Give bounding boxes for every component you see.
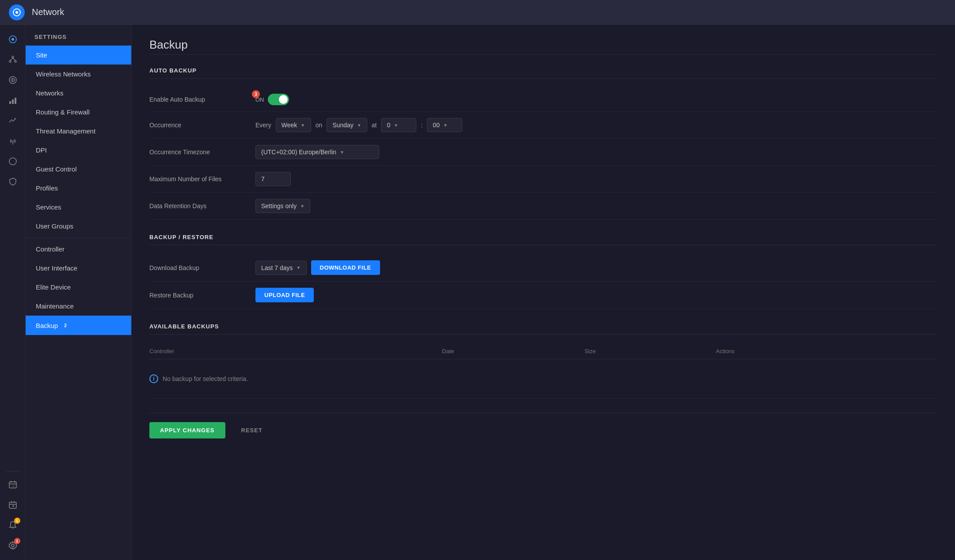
occurrence-control: Every Week ▼ on Sunday ▼ at 0 ▼ (255, 118, 462, 132)
timezone-label: Occurrence Timezone (149, 149, 255, 156)
download-period-chevron-icon: ▼ (297, 265, 301, 270)
svg-line-7 (10, 58, 13, 61)
occurrence-hour-value: 0 (387, 122, 390, 129)
restore-backup-control: UPLOAD FILE (255, 288, 314, 302)
day-chevron-icon: ▼ (357, 123, 361, 128)
nav-antenna[interactable] (4, 132, 22, 150)
page-divider (149, 54, 937, 55)
backup-restore-header: BACKUP / RESTORE (149, 234, 937, 245)
minute-chevron-icon: ▼ (443, 123, 448, 128)
timezone-chevron-icon: ▼ (340, 150, 344, 155)
svg-point-16 (9, 158, 16, 165)
sidebar-item-dpi[interactable]: DPI (26, 141, 131, 160)
nav-shield[interactable] (4, 172, 22, 191)
occurrence-day-select[interactable]: Sunday ▼ (327, 118, 367, 132)
max-files-input[interactable] (255, 172, 291, 186)
top-bar: Network (0, 0, 955, 25)
content-area: Backup AUTO BACKUP Enable Auto Backup 3 … (132, 25, 955, 560)
nav-topology[interactable] (4, 50, 22, 69)
page-title: Backup (149, 38, 937, 52)
sidebar-item-elite-device[interactable]: Elite Device (26, 278, 131, 297)
enable-auto-backup-row: Enable Auto Backup 3 ON (149, 88, 937, 112)
enable-auto-backup-label: Enable Auto Backup (149, 96, 255, 103)
nav-star[interactable]: ★ (4, 495, 22, 514)
restore-backup-row: Restore Backup UPLOAD FILE (149, 282, 937, 309)
nav-circle[interactable] (4, 152, 22, 171)
backup-restore-section: BACKUP / RESTORE Download Backup Last 7 … (149, 234, 937, 309)
download-period-select[interactable]: Last 7 days ▼ (255, 261, 307, 275)
sidebar-item-user-interface[interactable]: User Interface (26, 259, 131, 278)
occurrence-minute-value: 00 (433, 122, 440, 129)
col-date: Date (442, 343, 585, 359)
occurrence-label: Occurrence (149, 122, 255, 129)
svg-rect-13 (12, 99, 14, 104)
settings-header: SETTINGS (26, 25, 131, 46)
data-retention-select[interactable]: Settings only ▼ (255, 199, 310, 213)
reset-button[interactable]: RESET (231, 422, 273, 438)
sidebar-item-services[interactable]: Services (26, 198, 131, 217)
footer-actions: APPLY CHANGES RESET (149, 413, 937, 438)
occurrence-every-text: Every (255, 122, 271, 129)
data-retention-control: Settings only ▼ (255, 199, 310, 213)
timezone-row: Occurrence Timezone (UTC+02:00) Europe/B… (149, 139, 937, 166)
available-backups-section: AVAILABLE BACKUPS Controller Date Size A… (149, 323, 937, 399)
timezone-control: (UTC+02:00) Europe/Berlin ▼ (255, 145, 379, 159)
retention-chevron-icon: ▼ (300, 204, 304, 209)
restore-backup-label: Restore Backup (149, 292, 255, 299)
download-file-button[interactable]: DOWNLOAD FILE (311, 260, 380, 275)
download-backup-control: Last 7 days ▼ DOWNLOAD FILE (255, 260, 380, 275)
timezone-select[interactable]: (UTC+02:00) Europe/Berlin ▼ (255, 145, 379, 159)
enable-backup-toggle[interactable] (268, 94, 289, 105)
apply-changes-button[interactable]: APPLY CHANGES (149, 422, 225, 438)
occurrence-colon: : (421, 122, 422, 129)
auto-backup-header: AUTO BACKUP (149, 67, 937, 79)
sidebar-item-backup[interactable]: Backup 2 (26, 316, 131, 335)
backup-nav-badge: 2 (61, 321, 69, 329)
nav-stats[interactable] (4, 91, 22, 110)
sidebar-item-guest-control[interactable]: Guest Control (26, 160, 131, 179)
backups-table-body: i No backup for selected criteria. (149, 359, 937, 399)
upload-file-button[interactable]: UPLOAD FILE (255, 288, 314, 302)
no-backup-cell: i No backup for selected criteria. (149, 359, 937, 399)
max-files-row: Maximum Number of Files (149, 166, 937, 193)
svg-point-4 (12, 56, 14, 58)
sidebar-item-routing-firewall[interactable]: Routing & Firewall (26, 103, 131, 122)
toggle-badge: 3 (252, 90, 260, 98)
enable-auto-backup-control: 3 ON (255, 94, 289, 105)
backups-table-head: Controller Date Size Actions (149, 343, 937, 359)
icon-sidebar: ✦ ★ 1 1 (0, 25, 26, 560)
svg-text:★: ★ (12, 504, 15, 507)
app-title: Network (32, 7, 64, 17)
sidebar-item-site[interactable]: Site (26, 46, 131, 65)
nav-dashboard[interactable] (4, 30, 22, 49)
occurrence-period-value: Week (282, 122, 297, 129)
occurrence-day-value: Sunday (332, 122, 353, 129)
nav-chart[interactable] (4, 111, 22, 130)
sidebar-item-maintenance[interactable]: Maintenance (26, 297, 131, 316)
data-retention-label: Data Retention Days (149, 202, 255, 210)
sidebar-item-controller[interactable]: Controller (26, 240, 131, 259)
sidebar-item-user-groups[interactable]: User Groups (26, 217, 131, 236)
app-logo[interactable] (9, 4, 25, 20)
occurrence-minute-select[interactable]: 00 ▼ (427, 118, 462, 132)
sidebar-item-networks[interactable]: Networks (26, 84, 131, 103)
occurrence-row: Occurrence Every Week ▼ on Sunday ▼ at 0 (149, 112, 937, 139)
nav-target[interactable] (4, 71, 22, 89)
nav-calendar[interactable]: ✦ (4, 475, 22, 494)
svg-rect-12 (9, 101, 11, 104)
svg-point-1 (15, 11, 18, 14)
auto-backup-section: AUTO BACKUP Enable Auto Backup 3 ON Occu… (149, 67, 937, 220)
available-backups-header: AVAILABLE BACKUPS (149, 323, 937, 335)
occurrence-period-select[interactable]: Week ▼ (276, 118, 311, 132)
sidebar-item-threat-management[interactable]: Threat Management (26, 122, 131, 141)
download-period-value: Last 7 days (261, 264, 293, 271)
occurrence-at-text: at (372, 122, 377, 129)
no-backup-message: i No backup for selected criteria. (149, 366, 937, 392)
nav-bell[interactable]: 1 (4, 516, 22, 534)
svg-point-28 (11, 544, 14, 547)
sidebar-item-wireless-networks[interactable]: Wireless Networks (26, 65, 131, 84)
col-size: Size (585, 343, 716, 359)
occurrence-hour-select[interactable]: 0 ▼ (381, 118, 416, 132)
sidebar-item-profiles[interactable]: Profiles (26, 179, 131, 198)
nav-settings[interactable]: 1 (4, 536, 22, 555)
